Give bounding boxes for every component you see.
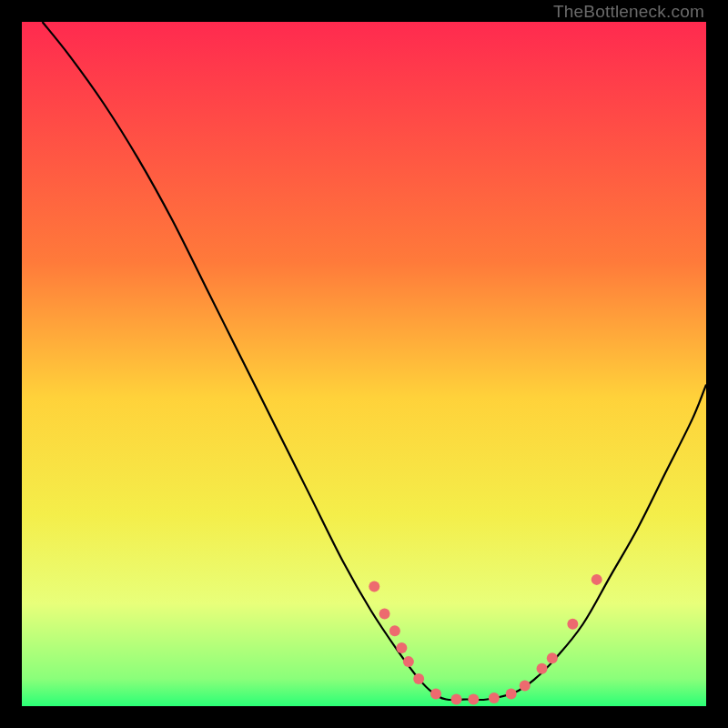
- curve-marker: [451, 693, 462, 704]
- chart-container: TheBottleneck.com: [0, 0, 728, 728]
- curve-marker: [413, 673, 424, 684]
- curve-marker: [567, 619, 578, 630]
- curve-marker: [396, 642, 407, 653]
- bottleneck-curve: [43, 22, 706, 700]
- curve-marker: [389, 625, 400, 636]
- curve-marker: [430, 688, 441, 699]
- curve-marker: [403, 656, 414, 667]
- curve-marker: [468, 693, 479, 704]
- curve-layer: [22, 22, 706, 706]
- plot-area: [22, 22, 706, 706]
- watermark-text: TheBottleneck.com: [553, 2, 704, 22]
- curve-marker: [547, 652, 558, 663]
- curve-marker: [592, 574, 602, 585]
- curve-marker: [520, 680, 531, 691]
- curve-marker: [506, 688, 517, 699]
- curve-marker: [379, 608, 390, 619]
- curve-marker: [537, 663, 548, 674]
- curve-marker: [369, 581, 379, 592]
- curve-marker: [489, 693, 500, 703]
- curve-markers: [369, 574, 602, 705]
